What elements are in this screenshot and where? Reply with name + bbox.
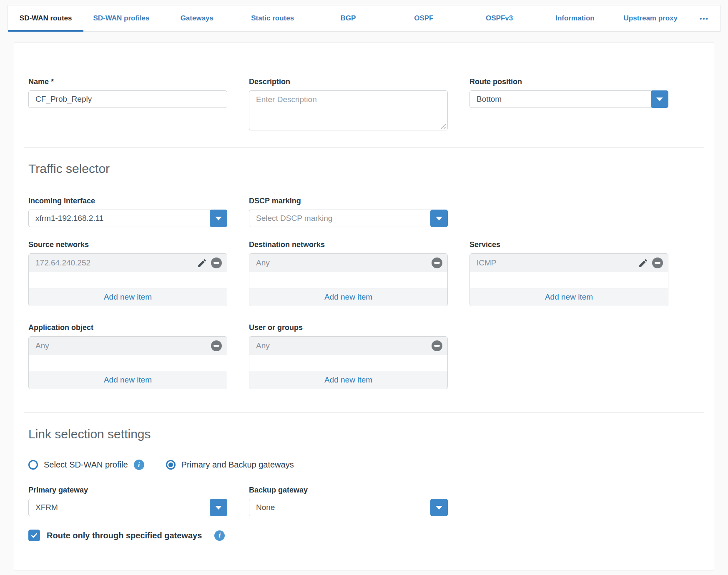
add-new-item-button[interactable]: Add new item bbox=[470, 288, 668, 306]
tab-upstream-proxy[interactable]: Upstream proxy bbox=[613, 5, 688, 31]
user-or-groups-group: User or groups Any Add new item bbox=[249, 323, 448, 389]
more-tabs-icon[interactable]: ••• bbox=[688, 5, 720, 31]
tab-gateways[interactable]: Gateways bbox=[159, 5, 235, 31]
dscp-marking-group: DSCP marking Select DSCP marking bbox=[249, 197, 448, 227]
tab-static-routes[interactable]: Static routes bbox=[235, 5, 310, 31]
source-networks-group: Source networks 172.64.240.252 Add new i… bbox=[28, 240, 227, 306]
route-only-checkbox-label: Route only through specified gateways bbox=[47, 531, 202, 540]
dscp-marking-label: DSCP marking bbox=[249, 197, 448, 205]
incoming-interface-value: xfrm1-192.168.2.11 bbox=[29, 210, 210, 227]
primary-backup-radio-label: Primary and Backup gateways bbox=[181, 460, 294, 470]
section-divider bbox=[24, 412, 704, 413]
primary-gateway-value: XFRM bbox=[29, 499, 210, 516]
list-item: Any bbox=[29, 337, 227, 355]
source-networks-listbox: 172.64.240.252 Add new item bbox=[28, 253, 227, 306]
route-position-value: Bottom bbox=[470, 91, 651, 108]
backup-gateway-value: None bbox=[249, 499, 430, 516]
application-object-group: Application object Any Add new item bbox=[28, 323, 227, 389]
application-object-label: Application object bbox=[28, 323, 227, 332]
destination-networks-group: Destination networks Any Add new item bbox=[249, 240, 448, 306]
remove-icon[interactable] bbox=[652, 258, 663, 268]
link-selection-heading: Link selection settings bbox=[28, 427, 700, 441]
primary-gateway-group: Primary gateway XFRM bbox=[28, 486, 227, 516]
incoming-interface-group: Incoming interface xfrm1-192.168.2.11 bbox=[28, 197, 227, 227]
name-label: Name * bbox=[28, 78, 227, 86]
name-field-group: Name * bbox=[28, 78, 227, 108]
tab-sdwan-profiles[interactable]: SD-WAN profiles bbox=[83, 5, 159, 31]
service-value: ICMP bbox=[477, 258, 497, 268]
list-empty-area bbox=[249, 272, 447, 288]
primary-gateway-label: Primary gateway bbox=[28, 486, 227, 495]
tab-information[interactable]: Information bbox=[537, 5, 613, 31]
list-empty-area bbox=[470, 272, 668, 288]
user-or-groups-listbox: Any Add new item bbox=[249, 336, 448, 389]
tab-ospfv3[interactable]: OSPFv3 bbox=[462, 5, 537, 31]
add-new-item-button[interactable]: Add new item bbox=[29, 371, 227, 389]
list-empty-area bbox=[29, 272, 227, 288]
source-network-value: 172.64.240.252 bbox=[35, 258, 90, 268]
services-label: Services bbox=[469, 240, 668, 249]
application-object-listbox: Any Add new item bbox=[28, 336, 227, 389]
tab-bgp[interactable]: BGP bbox=[310, 5, 386, 31]
primary-backup-radio-group: Primary and Backup gateways bbox=[166, 460, 294, 470]
destination-networks-label: Destination networks bbox=[249, 240, 448, 249]
section-divider bbox=[24, 147, 704, 148]
user-or-groups-value: Any bbox=[256, 341, 270, 350]
info-icon[interactable]: i bbox=[134, 460, 144, 470]
traffic-selector-heading: Traffic selector bbox=[28, 162, 700, 176]
tab-bar: SD-WAN routes SD-WAN profiles Gateways S… bbox=[8, 5, 720, 32]
add-new-item-button[interactable]: Add new item bbox=[29, 288, 227, 306]
tab-ospf[interactable]: OSPF bbox=[386, 5, 462, 31]
list-item: 172.64.240.252 bbox=[29, 254, 227, 272]
description-label: Description bbox=[249, 78, 448, 86]
dscp-marking-select[interactable]: Select DSCP marking bbox=[249, 210, 448, 227]
list-item: Any bbox=[249, 337, 447, 355]
backup-gateway-label: Backup gateway bbox=[249, 486, 448, 495]
remove-icon[interactable] bbox=[432, 258, 442, 268]
edit-icon[interactable] bbox=[638, 258, 648, 268]
remove-icon[interactable] bbox=[211, 258, 222, 268]
backup-gateway-select[interactable]: None bbox=[249, 499, 448, 516]
primary-gateway-select[interactable]: XFRM bbox=[28, 499, 227, 516]
add-new-item-button[interactable]: Add new item bbox=[249, 371, 447, 389]
list-empty-area bbox=[249, 355, 447, 371]
chevron-down-icon[interactable] bbox=[210, 499, 227, 516]
add-new-item-button[interactable]: Add new item bbox=[249, 288, 447, 306]
user-or-groups-label: User or groups bbox=[249, 323, 448, 332]
remove-icon[interactable] bbox=[432, 340, 442, 351]
tab-sdwan-routes[interactable]: SD-WAN routes bbox=[8, 5, 83, 31]
description-textarea[interactable] bbox=[249, 90, 448, 130]
chevron-down-icon[interactable] bbox=[651, 90, 668, 108]
sdwan-profile-radio[interactable] bbox=[28, 460, 38, 470]
source-networks-label: Source networks bbox=[28, 240, 227, 249]
incoming-interface-label: Incoming interface bbox=[28, 197, 227, 205]
application-object-value: Any bbox=[35, 341, 49, 350]
services-group: Services ICMP Add new item bbox=[469, 240, 668, 306]
chevron-down-icon[interactable] bbox=[210, 210, 227, 227]
chevron-down-icon[interactable] bbox=[430, 210, 448, 227]
destination-networks-listbox: Any Add new item bbox=[249, 253, 448, 306]
sdwan-profile-radio-label: Select SD-WAN profile bbox=[44, 460, 128, 470]
route-position-select[interactable]: Bottom bbox=[469, 90, 668, 108]
primary-backup-radio[interactable] bbox=[166, 460, 176, 470]
dscp-marking-placeholder: Select DSCP marking bbox=[249, 210, 430, 227]
list-item: Any bbox=[249, 254, 447, 272]
incoming-interface-select[interactable]: xfrm1-192.168.2.11 bbox=[28, 210, 227, 227]
destination-network-value: Any bbox=[256, 258, 270, 268]
route-form-card: Name * Description Route position Bottom… bbox=[14, 42, 714, 570]
list-empty-area bbox=[29, 355, 227, 371]
services-listbox: ICMP Add new item bbox=[469, 253, 668, 306]
route-only-checkbox[interactable] bbox=[28, 530, 40, 541]
chevron-down-icon[interactable] bbox=[430, 499, 448, 516]
list-item: ICMP bbox=[470, 254, 668, 272]
sdwan-profile-radio-group: Select SD-WAN profile i bbox=[28, 460, 144, 470]
backup-gateway-group: Backup gateway None bbox=[249, 486, 448, 516]
route-position-label: Route position bbox=[469, 78, 668, 86]
remove-icon[interactable] bbox=[211, 340, 222, 351]
description-field-group: Description bbox=[249, 78, 448, 130]
route-position-field-group: Route position Bottom bbox=[469, 78, 668, 108]
name-input[interactable] bbox=[28, 90, 227, 108]
edit-icon[interactable] bbox=[197, 258, 207, 268]
info-icon[interactable]: i bbox=[214, 530, 225, 541]
